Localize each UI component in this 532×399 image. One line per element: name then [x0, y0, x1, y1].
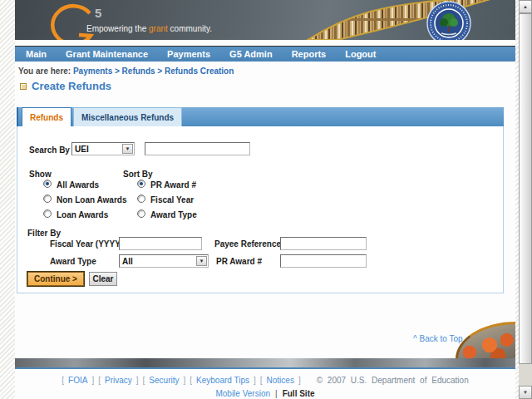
award-type-field-label: Award Type [50, 257, 96, 266]
scroll-down-icon[interactable]: ▼ [519, 386, 532, 399]
award-type-selected-value: All [120, 257, 196, 266]
footer-divider [15, 367, 515, 369]
divider: | [275, 389, 278, 398]
header-graphics: 5 [15, 0, 515, 40]
nav-item-logout[interactable]: Logout [345, 49, 376, 59]
logo-number: 5 [95, 6, 101, 20]
nav-item-main[interactable]: Main [26, 49, 47, 59]
breadcrumb-prefix: You are here: [18, 66, 73, 76]
dropdown-arrow-icon: ▼ [196, 256, 207, 266]
tab-refunds[interactable]: Refunds [22, 107, 71, 126]
radio-award-type[interactable] [137, 209, 145, 218]
breadcrumb: You are here: Payments > Refunds > Refun… [18, 66, 234, 76]
non-loan-awards-label: Non Loan Awards [57, 195, 126, 204]
bracket: ] [91, 376, 94, 385]
award-type-sort-label: Award Type [150, 210, 197, 219]
bracket: [ [260, 376, 263, 385]
tagline: Empowering the grant community. [86, 24, 212, 33]
footer-link-security[interactable]: Security [149, 376, 179, 385]
tagline-suffix: community. [168, 24, 212, 33]
g5-logo: 5 [52, 6, 101, 40]
nav-item-grant-maintenance[interactable]: Grant Maintenance [66, 49, 148, 59]
search-by-selected-value: UEI [72, 145, 122, 154]
pr-award-sort-label: PR Award # [150, 180, 196, 190]
mobile-version-link[interactable]: Mobile Version [215, 389, 270, 398]
show-label: Show [29, 170, 52, 179]
sort-by-label: Sort By [123, 170, 153, 179]
payee-reference-input[interactable] [280, 237, 367, 250]
scroll-up-icon[interactable]: ▲ [519, 0, 532, 13]
footer-photo-bar [15, 358, 515, 367]
tab-strip: Refunds Miscellaneous Refunds [17, 107, 504, 126]
footer-links-row: [ FOIA ] [ Privacy ] [ Security ] [ Keyb… [15, 376, 515, 385]
back-to-top-link[interactable]: ^ Back to Top [413, 334, 463, 343]
education-seal-icon [427, 2, 470, 40]
all-awards-label: All Awards [57, 180, 99, 190]
search-by-select[interactable]: UEI ▼ [71, 142, 135, 155]
radio-fiscal-year[interactable] [137, 195, 145, 203]
radio-pr-award[interactable] [137, 180, 145, 188]
nav-item-payments[interactable]: Payments [167, 49, 210, 59]
footer-link-privacy[interactable]: Privacy [105, 376, 132, 385]
footer-link-keyboard-tips[interactable]: Keyboard Tips [196, 376, 249, 385]
clear-button[interactable]: Clear [89, 272, 117, 286]
award-type-select[interactable]: All ▼ [119, 254, 209, 268]
main-navigation: Main Grant Maintenance Payments G5 Admin… [15, 46, 515, 62]
search-by-input[interactable] [145, 142, 250, 155]
payee-reference-field-label: Payee Reference [214, 239, 281, 249]
scrollbar-thumb[interactable] [519, 13, 532, 364]
bracket: [ [143, 376, 145, 385]
full-site-label: Full Site [283, 389, 315, 398]
page-title: Create Refunds [32, 80, 111, 92]
radio-non-loan-awards[interactable] [43, 195, 52, 203]
pr-award-field-label: PR Award # [216, 257, 262, 266]
page-title-row: Create Refunds [20, 80, 111, 92]
copyright-text: © 2007 U.S. Department of Education [317, 376, 469, 385]
nav-item-g5-admin[interactable]: G5 Admin [229, 49, 273, 59]
bracket: ] [298, 376, 301, 385]
tagline-highlight: grant [149, 24, 168, 33]
breadcrumb-path[interactable]: Payments > Refunds > Refunds Creation [73, 66, 234, 76]
fiscal-year-input[interactable] [119, 237, 202, 250]
bracket: ] [254, 376, 256, 385]
tab-miscellaneous-refunds[interactable]: Miscellaneous Refunds [73, 107, 182, 126]
bracket: [ [98, 376, 101, 385]
page-content: 5 Empowering the grant community. Main [15, 0, 515, 399]
fiscal-year-sort-label: Fiscal Year [150, 195, 194, 204]
header-banner: 5 Empowering the grant community. [15, 0, 515, 40]
loan-awards-label: Loan Awards [57, 210, 108, 219]
footer-site-toggle-row: Mobile Version | Full Site [15, 389, 515, 398]
continue-button[interactable]: Continue > [27, 272, 84, 286]
search-by-label: Search By [29, 145, 70, 155]
dropdown-arrow-icon: ▼ [122, 144, 133, 154]
bracket: ] [136, 376, 139, 385]
nav-item-reports[interactable]: Reports [292, 49, 327, 59]
g5-application-window: 5 Empowering the grant community. Main [0, 0, 532, 399]
bracket: ] [183, 376, 185, 385]
radio-all-awards[interactable] [43, 180, 52, 188]
vertical-scrollbar[interactable]: ▲ ▼ [519, 0, 532, 399]
fiscal-year-field-label: Fiscal Year (YYYY) [50, 239, 123, 249]
bracket: [ [190, 376, 192, 385]
tagline-prefix: Empowering the [86, 24, 149, 33]
footer-link-foia[interactable]: FOIA [68, 376, 87, 385]
radio-loan-awards[interactable] [43, 209, 52, 218]
bracket: [ [62, 376, 64, 385]
bullet-icon [20, 83, 27, 90]
filter-by-label: Filter By [27, 229, 61, 238]
pr-award-input[interactable] [280, 254, 367, 268]
chairs-corner-image [456, 322, 515, 359]
footer-link-notices[interactable]: Notices [267, 376, 294, 385]
